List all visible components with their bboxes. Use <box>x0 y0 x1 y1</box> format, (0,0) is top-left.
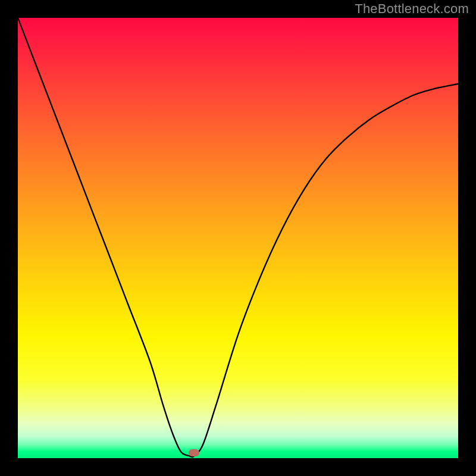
watermark-text: TheBottleneck.com <box>355 1 469 17</box>
optimum-marker <box>189 449 199 456</box>
plot-area <box>18 18 458 458</box>
bottleneck-curve <box>18 18 458 457</box>
curve-svg <box>18 18 458 458</box>
chart-container: TheBottleneck.com <box>0 0 476 476</box>
